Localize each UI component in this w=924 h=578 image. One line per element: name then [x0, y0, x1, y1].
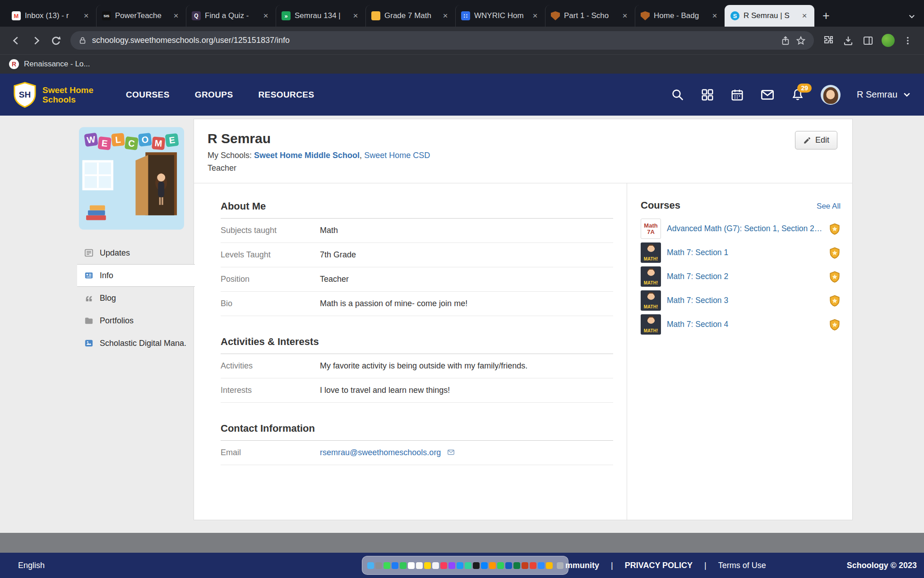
sidebar-item-scholastic[interactable]: Scholastic Digital Mana... [77, 332, 194, 354]
email-link[interactable]: rsemrau@sweethomeschools.org [320, 448, 441, 457]
dock-icon-pages[interactable] [489, 562, 496, 569]
tab-close-icon[interactable]: × [351, 11, 360, 20]
dock-icon-numbers[interactable] [497, 562, 504, 569]
side-panel-icon[interactable] [859, 32, 877, 50]
extensions-puzzle-icon[interactable] [819, 32, 837, 50]
award-badge-icon[interactable] [829, 271, 841, 283]
downloads-icon[interactable] [839, 32, 857, 50]
privacy-policy-link[interactable]: PRIVACY POLICY [625, 561, 693, 570]
user-avatar[interactable] [821, 85, 841, 105]
dock-icon-excel[interactable] [513, 562, 520, 569]
dock-icon-notes[interactable] [424, 562, 431, 569]
dock-icon-messages[interactable] [383, 562, 390, 569]
messages-envelope-icon[interactable] [760, 88, 775, 102]
terms-of-use-link[interactable]: Terms of Use [718, 561, 766, 570]
dock-icon-chrome[interactable] [530, 562, 536, 569]
tab-schoology-profile[interactable]: S R Semrau | S × [725, 5, 814, 27]
tab-close-icon[interactable]: × [82, 11, 91, 20]
dock-icon-appstore[interactable] [457, 562, 463, 569]
dock-icon-calendar[interactable] [416, 562, 423, 569]
dock-icon-powerpoint[interactable] [522, 562, 528, 569]
award-badge-icon[interactable] [829, 319, 841, 331]
dock-icon-reminders[interactable] [432, 562, 439, 569]
course-link[interactable]: Math 7: Section 2 [667, 272, 823, 281]
calendar-icon[interactable] [730, 88, 744, 102]
dock-icon-stocks[interactable] [473, 562, 480, 569]
dock-icon-drive[interactable] [546, 562, 553, 569]
my-schools-line: My Schools: Sweet Home Middle School, Sw… [208, 151, 837, 160]
school-link-secondary[interactable]: Sweet Home CSD [364, 151, 430, 160]
tab-close-icon[interactable]: × [171, 11, 180, 20]
tab-close-icon[interactable]: × [261, 11, 270, 20]
tab-search-chevron-icon[interactable] [908, 12, 916, 20]
dock-icon-photos[interactable] [408, 562, 415, 569]
tab-close-icon[interactable]: × [800, 11, 809, 20]
profile-avatar[interactable] [879, 32, 897, 50]
sidebar-item-updates[interactable]: Updates [77, 242, 194, 264]
tab-strip: M Inbox (13) - r × SIS PowerTeache × Q F… [0, 0, 924, 27]
profile-sidebar: W E L C O M E Updates [77, 127, 194, 354]
award-badge-icon[interactable] [829, 247, 841, 259]
tab-close-icon[interactable]: × [710, 11, 719, 20]
nav-resources[interactable]: RESOURCES [259, 90, 314, 100]
dock-icon-podcasts[interactable] [448, 562, 455, 569]
user-name: R Semrau [857, 89, 897, 100]
sidebar-item-info[interactable]: Info [77, 264, 195, 287]
dock-icon-facetime[interactable] [400, 562, 407, 569]
sidebar-item-label: Portfolios [100, 316, 134, 326]
reload-icon[interactable] [47, 32, 65, 50]
tab-close-icon[interactable]: × [620, 11, 629, 20]
bookmark-star-icon[interactable] [796, 36, 806, 46]
tab-home-badges[interactable]: Home - Badg × [635, 5, 725, 27]
back-icon[interactable] [7, 32, 25, 50]
apps-grid-icon[interactable] [701, 88, 714, 102]
edit-button[interactable]: Edit [795, 131, 837, 149]
tab-close-icon[interactable]: × [531, 11, 540, 20]
tab-inbox[interactable]: M Inbox (13) - r × [6, 5, 96, 27]
nav-groups[interactable]: GROUPS [195, 90, 233, 100]
tab-close-icon[interactable]: × [441, 11, 450, 20]
tab-find-a-quiz[interactable]: Q Find a Quiz - × [186, 5, 276, 27]
dock-icon-word[interactable] [505, 562, 512, 569]
field-label: Position [221, 275, 320, 284]
search-icon[interactable] [671, 88, 684, 102]
tab-powerteacher[interactable]: SIS PowerTeache × [96, 5, 186, 27]
sidebar-item-blog[interactable]: Blog [77, 287, 194, 309]
dock-icon-music[interactable] [440, 562, 447, 569]
language-selector[interactable]: English [18, 561, 45, 570]
course-link[interactable]: Math 7: Section 3 [667, 296, 823, 305]
dock-icon-mail[interactable] [392, 562, 398, 569]
award-badge-icon[interactable] [829, 223, 841, 235]
dock-icon-keynote[interactable] [481, 562, 488, 569]
course-link[interactable]: Math 7: Section 4 [667, 320, 823, 329]
user-menu[interactable]: R Semrau [857, 89, 911, 100]
tab-grade7-math[interactable]: Grade 7 Math × [365, 5, 455, 27]
bookmark-renaissance[interactable]: Renaissance - Lo... [24, 60, 90, 69]
sidebar-item-portfolios[interactable]: Portfolios [77, 309, 194, 332]
sidebar-item-label: Updates [100, 248, 130, 258]
lock-icon[interactable] [79, 37, 87, 45]
share-icon[interactable] [781, 36, 790, 46]
forward-icon[interactable] [27, 32, 45, 50]
browser-menu-icon[interactable] [899, 32, 917, 50]
nav-courses[interactable]: COURSES [126, 90, 170, 100]
course-link[interactable]: Math 7: Section 1 [667, 248, 823, 257]
dock-icon-maps[interactable] [465, 562, 471, 569]
notifications-bell-icon[interactable]: 29 [791, 88, 804, 102]
dock-icon-settings[interactable] [375, 562, 382, 569]
dock-icon-trash[interactable] [557, 562, 564, 569]
dock-icon-zoom[interactable] [538, 562, 545, 569]
school-logo[interactable]: SH Sweet Home Schools [13, 82, 93, 108]
course-link[interactable]: Advanced Math (G7): Section 1, Section 2… [667, 224, 823, 233]
school-link-primary[interactable]: Sweet Home Middle School [254, 151, 360, 160]
community-link[interactable]: mmunity [565, 561, 599, 570]
see-all-link[interactable]: See All [817, 202, 841, 211]
field-row: Activities My favorite activity is being… [221, 354, 613, 378]
tab-semrau-134[interactable]: » Semrau 134 | × [276, 5, 365, 27]
dock-icon-finder[interactable] [367, 562, 374, 569]
new-tab-button[interactable]: + [818, 8, 834, 24]
tab-part1-schoology[interactable]: Part 1 - Scho × [545, 5, 635, 27]
address-bar[interactable]: schoology.sweethomeschools.org/user/1251… [70, 31, 814, 50]
tab-wnyric[interactable]: ∷ WNYRIC Hom × [455, 5, 545, 27]
award-badge-icon[interactable] [829, 295, 841, 307]
